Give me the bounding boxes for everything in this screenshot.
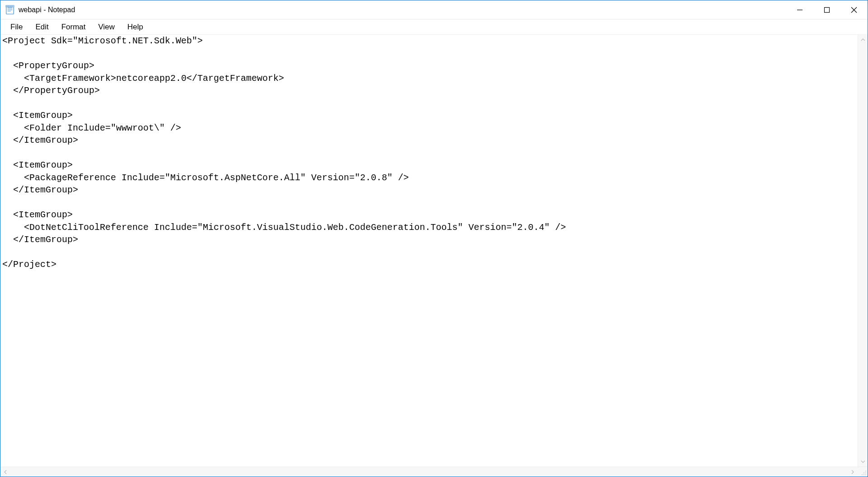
notepad-icon [5, 5, 15, 15]
window-controls [786, 0, 868, 19]
menu-edit[interactable]: Edit [29, 21, 55, 33]
svg-point-6 [7, 6, 7, 6]
svg-point-8 [10, 6, 10, 6]
menu-file[interactable]: File [4, 21, 29, 33]
scroll-right-icon[interactable] [848, 467, 858, 477]
svg-rect-11 [825, 7, 830, 12]
menu-format[interactable]: Format [55, 21, 92, 33]
menu-help[interactable]: Help [121, 21, 149, 33]
svg-point-7 [9, 6, 9, 6]
vertical-scrollbar[interactable] [858, 35, 868, 467]
svg-point-15 [863, 472, 864, 473]
svg-point-17 [862, 474, 863, 475]
resize-grip-icon[interactable] [860, 469, 867, 476]
text-editor[interactable]: <Project Sdk="Microsoft.NET.Sdk.Web"> <P… [0, 35, 858, 467]
minimize-button[interactable] [786, 0, 813, 19]
maximize-button[interactable] [813, 0, 840, 19]
svg-point-14 [865, 471, 866, 472]
svg-point-9 [12, 6, 12, 6]
window-title: webapi - Notepad [19, 6, 786, 14]
horizontal-scrollbar[interactable] [0, 467, 868, 477]
scroll-up-icon[interactable] [858, 35, 868, 45]
menu-view[interactable]: View [92, 21, 121, 33]
editor-area: <Project Sdk="Microsoft.NET.Sdk.Web"> <P… [0, 35, 868, 467]
titlebar[interactable]: webapi - Notepad [0, 0, 868, 19]
scroll-left-icon[interactable] [0, 467, 10, 477]
svg-point-16 [865, 472, 866, 473]
menubar: File Edit Format View Help [0, 19, 868, 35]
svg-point-19 [865, 474, 866, 475]
scroll-down-icon[interactable] [858, 457, 868, 467]
svg-point-18 [863, 474, 864, 475]
close-button[interactable] [840, 0, 868, 19]
